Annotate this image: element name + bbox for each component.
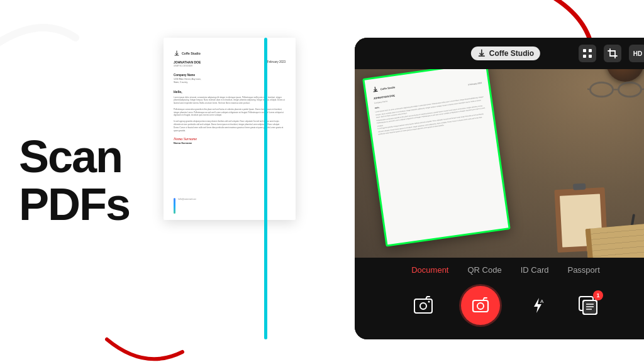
- mode-tabs-row: Document QR Code ID Card Passport: [355, 258, 644, 280]
- hero-text-section: Scan PDFs: [19, 133, 130, 228]
- doc-para3: In sed agency gravida volutpat pretium m…: [174, 120, 286, 132]
- doc-footer-text: hello@namemail.com: [178, 198, 196, 201]
- doc-sender-subtitle: GRAPHIC DESIGNER: [174, 65, 201, 67]
- hero-title: Scan PDFs: [19, 133, 130, 228]
- svg-point-13: [420, 303, 426, 309]
- crop-button[interactable]: [604, 45, 621, 62]
- doc-address: 1234 Main Street, Any town, State, Count…: [174, 78, 286, 85]
- camera-branding-label: Coffe Studio: [489, 49, 534, 58]
- camera-branding-logo-icon: [477, 49, 486, 58]
- doc-greeting: Hello,: [174, 90, 286, 94]
- doc-sender-name: JOHNATHAN DOE: [174, 60, 201, 65]
- doc-signature-script: Noma Surname: [174, 137, 286, 141]
- grid-view-button[interactable]: [579, 45, 596, 62]
- cyan-accent-bar: [264, 38, 267, 339]
- svg-rect-10: [583, 55, 586, 58]
- svg-point-1: [591, 82, 613, 97]
- crop-icon: [608, 48, 618, 58]
- phone-frame: Coffe Studio JOHNATHAN DOE 3 February 20…: [355, 38, 644, 339]
- doc-date: 3 February 2023: [265, 60, 286, 63]
- add-photo-icon: [413, 295, 433, 315]
- doc-para1: Lorem ipsum dolor sit amet, consectetur …: [174, 96, 286, 105]
- tab-document[interactable]: Document: [411, 265, 448, 275]
- svg-rect-19: [583, 300, 597, 314]
- svg-text:A: A: [540, 299, 544, 304]
- flash-icon: A: [529, 297, 547, 314]
- doc-para2: Pellentesque consectetur gravida in this…: [174, 108, 286, 117]
- doc-header: JOHNATHAN DOE GRAPHIC DESIGNER 3 Februar…: [174, 60, 286, 67]
- gallery-badge: 1: [593, 290, 603, 300]
- doc-company-label: Company Name: [174, 74, 286, 77]
- hd-label: HD: [633, 50, 642, 57]
- scanned-date: 3 February 2023: [468, 82, 482, 86]
- doc-logo-icon: [174, 50, 180, 57]
- gallery-button[interactable]: 1: [575, 293, 601, 318]
- scanned-doc-inner: Coffe Studio JOHNATHAN DOE 3 February 20…: [372, 72, 487, 136]
- doc-footer-bar: [174, 198, 175, 214]
- svg-point-16: [477, 303, 484, 309]
- doc-logo-area: Coffe Studio: [174, 50, 286, 57]
- desk-glasses: [587, 79, 644, 101]
- svg-rect-8: [583, 49, 586, 52]
- doc-sig-name: Noma Surname: [174, 141, 286, 145]
- svg-line-6: [374, 91, 377, 92]
- grid-icon: [582, 48, 592, 58]
- phone-bottom-bar: Document QR Code ID Card Passport: [355, 258, 644, 339]
- camera-branding-pill: Coffe Studio: [471, 47, 540, 60]
- svg-point-2: [619, 82, 641, 97]
- add-photo-button[interactable]: [411, 293, 436, 318]
- scanned-logo-text: Coffe Studio: [380, 85, 395, 90]
- hero-line2: PDFs: [19, 179, 130, 229]
- doc-signature-area: Noma Surname Noma Surname: [174, 137, 286, 145]
- tab-idcard[interactable]: ID Card: [521, 265, 549, 275]
- action-buttons-row: A 1: [355, 280, 644, 331]
- document-preview: Coffe Studio JOHNATHAN DOE GRAPHIC DESIG…: [164, 38, 296, 220]
- camera-icon: [472, 297, 489, 314]
- doc-logo-text: Coffe Studio: [182, 52, 201, 55]
- svg-rect-11: [589, 55, 592, 58]
- svg-rect-9: [589, 49, 592, 52]
- svg-rect-15: [473, 300, 488, 312]
- camera-view: Coffe Studio JOHNATHAN DOE 3 February 20…: [355, 38, 644, 277]
- hd-button[interactable]: HD: [629, 45, 644, 62]
- scanned-logo-icon: [372, 86, 379, 93]
- flash-button[interactable]: A: [525, 293, 550, 318]
- tab-qrcode[interactable]: QR Code: [467, 265, 501, 275]
- capture-button[interactable]: [461, 286, 500, 325]
- doc-footer: hello@namemail.com: [174, 198, 196, 214]
- scanned-document: Coffe Studio JOHNATHAN DOE 3 February 20…: [362, 61, 511, 246]
- tab-passport[interactable]: Passport: [567, 265, 599, 275]
- svg-point-14: [428, 301, 430, 303]
- hero-line1: Scan: [19, 131, 122, 182]
